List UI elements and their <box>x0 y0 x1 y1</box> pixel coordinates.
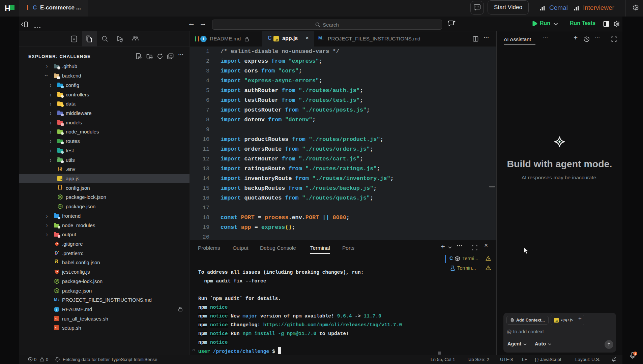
svg-text:1: 1 <box>635 352 636 355</box>
svg-text:JS: JS <box>55 280 58 282</box>
svg-text:JS: JS <box>59 196 62 198</box>
svg-text:JS: JS <box>55 290 58 292</box>
svg-text:JS: JS <box>59 205 62 208</box>
